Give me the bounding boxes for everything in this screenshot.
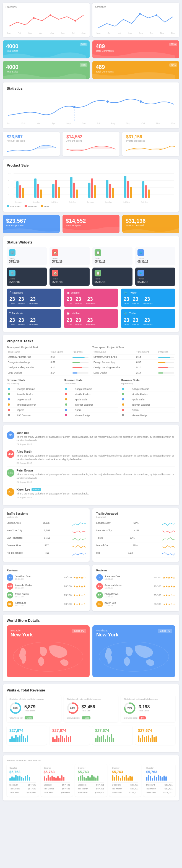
amount-label: Amount spent bbox=[66, 140, 116, 142]
visits-subtitle: Statistics of visits and total revenue bbox=[124, 698, 173, 700]
svg-rect-19 bbox=[22, 188, 24, 198]
traffic-row: Buenos Aires987 bbox=[7, 543, 86, 550]
browser-name: Apple Safari bbox=[16, 397, 61, 402]
revenue-bar-4: $27,674 bbox=[135, 725, 175, 745]
chart2-title: Statistics bbox=[95, 5, 177, 8]
browser-name: Opera bbox=[130, 408, 175, 413]
comment-text: There are many variations of passages of… bbox=[17, 435, 175, 442]
task-progress bbox=[71, 370, 90, 375]
stat-quarter: Quarter bbox=[44, 767, 70, 769]
browser-row: Google Chrome bbox=[7, 386, 61, 392]
table-row: Logo Design 2:14 bbox=[7, 370, 90, 375]
legend-item: Total Sales bbox=[7, 205, 21, 208]
dr-comments: 23 bbox=[85, 296, 95, 302]
visits-value: 3,198 bbox=[139, 705, 150, 709]
reviewer-avatar: PB bbox=[96, 592, 103, 598]
svg-rect-32 bbox=[106, 180, 109, 198]
commenter-name: Karen Lee bbox=[17, 488, 30, 491]
dr-comments: 23 bbox=[85, 317, 95, 323]
browser-row: Internet Explorer bbox=[64, 402, 118, 408]
section-title: Visits & Total Revenue bbox=[7, 688, 175, 692]
browser-row: Mozilla Firefox bbox=[121, 392, 175, 397]
comment-date: 24 August 2017 bbox=[17, 481, 175, 484]
svg-rect-35 bbox=[124, 176, 126, 198]
visits-label: Total users bbox=[139, 709, 150, 712]
browser-row: Apple Safari bbox=[121, 397, 175, 402]
widget-tasks-1: 📋 Tasks 05/31/18 bbox=[92, 247, 132, 265]
stat-row-label: Discount bbox=[9, 784, 18, 786]
bar-chart-product: 12 9 6 3 bbox=[7, 170, 175, 204]
circle-percent: 70% bbox=[13, 707, 18, 709]
reviewer-name: Karen Lee bbox=[15, 601, 62, 604]
stat-tile-amount-blue: $23,567 Amount proceed bbox=[3, 215, 60, 233]
product-sale-section: Product Sale 12 9 6 3 bbox=[3, 159, 179, 212]
author-tag: Author bbox=[32, 488, 41, 491]
tile-tag: 70% bbox=[80, 63, 87, 67]
tw-likes: 23 bbox=[124, 317, 129, 323]
dr-likes: 23 bbox=[67, 296, 72, 302]
browser-name: Internet Explorer bbox=[130, 402, 175, 408]
stat-row-label: Tax Month bbox=[9, 787, 20, 790]
svg-rect-20 bbox=[34, 179, 36, 198]
dr-shares: 23 bbox=[75, 296, 82, 302]
bottom-stat-3: Quarter $5,763 Discount$57,421 Tax Month… bbox=[75, 764, 107, 797]
svg-rect-34 bbox=[112, 188, 114, 198]
comment-date: 24 August 2017 bbox=[17, 462, 175, 464]
visits-label: Total users bbox=[24, 709, 35, 712]
browser-name: Mozilla Firefox bbox=[16, 392, 61, 397]
svg-text:Jan-Mar: Jan-Mar bbox=[87, 201, 94, 203]
svg-rect-26 bbox=[70, 177, 72, 198]
task-name: Logo Design bbox=[7, 370, 49, 375]
avatar: JD bbox=[7, 431, 14, 439]
section-title: Statistics bbox=[7, 86, 175, 91]
reviewer-date: 10.01.18 bbox=[104, 587, 152, 589]
svg-point-1 bbox=[50, 14, 51, 16]
comment-text: There are many variations of passages of… bbox=[17, 473, 175, 480]
map-btn[interactable]: Sales PS bbox=[158, 629, 172, 633]
col-time: Time Spent bbox=[135, 350, 157, 354]
x-label: Jun bbox=[82, 122, 86, 125]
review-score: 85/100 bbox=[64, 576, 72, 579]
tile-value: $31,136 bbox=[126, 218, 176, 224]
tile-value: 489 bbox=[96, 64, 176, 70]
svg-rect-17 bbox=[16, 181, 19, 198]
task-time: 2:14 bbox=[135, 354, 157, 360]
visits-value: 5,879 bbox=[24, 705, 35, 709]
reviewer-name: Jonathan Doe bbox=[104, 575, 152, 578]
review-stars: ★★★★★ bbox=[163, 585, 175, 588]
svg-text:Apr-Jun: Apr-Jun bbox=[33, 201, 40, 204]
svg-text:Jul-Sep: Jul-Sep bbox=[51, 201, 58, 204]
social-facebook-2: f Facebook 23Likes 23Shares 23Comments bbox=[7, 309, 61, 328]
revenue-bar-2: $27,674 bbox=[50, 725, 90, 745]
tw-comments-label: Comments bbox=[142, 323, 153, 326]
svg-rect-23 bbox=[52, 184, 55, 198]
map-btn[interactable]: Sales PS bbox=[72, 629, 86, 633]
tw-likes: 23 bbox=[124, 296, 129, 302]
x-label: Aug bbox=[82, 32, 86, 34]
social-facebook-1: f Facebook 23Likes 23Shares 23Comments bbox=[7, 288, 61, 307]
browser-name: Apple Safari bbox=[130, 397, 175, 402]
reviewer-avatar: AM bbox=[96, 583, 103, 590]
svg-text:Jul-Sep: Jul-Sep bbox=[123, 201, 130, 204]
fb-comments: 23 bbox=[27, 296, 38, 302]
browser-row: Mozilla Firefox bbox=[64, 392, 118, 397]
x-label: Jan bbox=[7, 122, 10, 125]
widget-tasks-2: 📋 Tasks 05/31/18 bbox=[92, 268, 132, 286]
amount-profits: $31,156 Profits processed bbox=[122, 132, 179, 156]
task-progress bbox=[157, 354, 175, 360]
svg-point-3 bbox=[139, 13, 141, 15]
task-name: Design Android App bbox=[92, 360, 135, 365]
dr-comments-label: Comments bbox=[85, 323, 95, 326]
browser-title: Browser Stats bbox=[64, 379, 118, 382]
stat-value: $5,763 bbox=[9, 770, 36, 774]
task-table: Task Name Time Spent Progress Strategy A… bbox=[7, 350, 90, 375]
commenter-name: Alice Martin bbox=[17, 450, 175, 453]
reviews-left: Reviews JD Jonathan Doe10.01.18 85/100 ★… bbox=[3, 565, 90, 611]
stat-tile-amount-pink: $14,552 Amount spent bbox=[62, 215, 120, 233]
table-row: Design Landing website 5:10 bbox=[92, 365, 175, 370]
review-stars: ★★★☆☆ bbox=[73, 603, 86, 606]
svg-rect-18 bbox=[19, 185, 21, 198]
browser-table: Google Chrome Mozilla Firefox Apple Safa… bbox=[64, 386, 118, 418]
x-label: Jan bbox=[7, 32, 10, 34]
visits-trend: -5% bbox=[139, 716, 146, 719]
